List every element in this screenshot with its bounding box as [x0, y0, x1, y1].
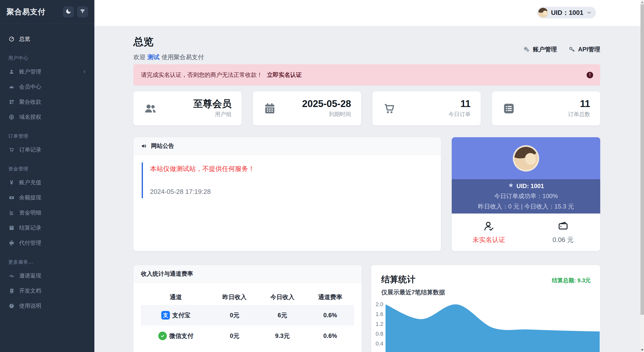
balance-block: 0.06 元	[526, 214, 600, 251]
star-icon	[508, 182, 514, 190]
wechat-today: 9.3元	[258, 326, 306, 346]
table-row-alipay: 支 支付宝 0元 6元 0.6%	[141, 305, 354, 326]
vertical-scrollbar[interactable]	[640, 0, 644, 352]
realname-verify-link[interactable]: 立即实名认证	[267, 71, 302, 79]
profile-income-line: 昨日收入：0 元 | 今日收入：15.3 元	[478, 202, 574, 210]
money-transfer-icon	[8, 240, 15, 246]
page-title: 总览	[133, 35, 204, 49]
dashboard-page: 聚合易支付 总览 用户中心 账户管理	[0, 0, 644, 352]
app-logo: 聚合易支付	[7, 7, 46, 17]
y-tick-label: 1.6	[371, 311, 383, 318]
announcement-body: 本站仅做测试站，不提供任何服务！ 2024-05-28 17:19:28	[133, 155, 441, 206]
stat-card-today-orders: 11 今日订单	[372, 91, 481, 125]
sidebar-item-order-records[interactable]: 订单记录	[0, 142, 94, 157]
channel-name: 微信支付	[169, 332, 194, 340]
sidebar-item-usage-guide[interactable]: ? 使用说明	[0, 298, 94, 313]
sidebar-item-aggregate-collection[interactable]: 聚合收款	[0, 94, 94, 110]
profile-banner	[452, 137, 600, 179]
calendar-icon	[263, 102, 277, 115]
sidebar-item-funds-detail[interactable]: 资金明细	[0, 205, 94, 220]
yen-icon: ¥	[8, 179, 15, 186]
profile-success-rate: 今日订单成功率：100%	[494, 192, 558, 200]
qrcode-icon	[8, 99, 15, 105]
settlement-y-axis: 2.01.61.20.80.4	[371, 265, 383, 352]
sidebar-item-payout-manage[interactable]: 代付管理	[0, 235, 94, 251]
verify-status-block[interactable]: 未实名认证	[452, 214, 526, 251]
head-actions: 账户管理 API管理	[523, 45, 600, 53]
sidebar-item-settle-records[interactable]: 结算记录	[0, 220, 94, 235]
moon-icon	[65, 8, 71, 15]
crown-icon	[8, 84, 15, 90]
y-tick-label: 0.8	[371, 330, 383, 337]
avatar	[538, 8, 548, 17]
ledger-icon	[8, 210, 15, 216]
sidebar-item-dev-docs[interactable]: 开发文档	[0, 283, 94, 298]
settlement-area-path	[386, 304, 600, 352]
announcement-title: 网站公告	[151, 142, 174, 150]
alipay-yesterday: 0元	[211, 305, 258, 326]
user-icon	[8, 69, 15, 75]
stat-card-total-orders: 11 订单总数	[492, 91, 600, 125]
profile-stats-band: UID: 1001 今日订单成功率：100% 昨日收入：0 元 | 今日收入：1…	[452, 179, 600, 214]
wechat-rate: 0.6%	[306, 326, 354, 346]
sidebar-item-member-center[interactable]: 会员中心	[0, 79, 94, 94]
sidebar-menu: 总览 用户中心 账户管理 会员中心 聚合收款 域名授权 订单管理	[0, 24, 94, 313]
verify-status-label: 未实名认证	[473, 235, 505, 244]
sidebar-section-user-center: 用户中心	[0, 52, 94, 64]
cart-icon	[383, 102, 396, 115]
globe-icon	[8, 114, 15, 120]
sidebar-item-invite-rebate[interactable]: 邀请返现	[0, 268, 94, 283]
y-tick-label: 1.2	[371, 321, 383, 328]
theme-brush-button[interactable]	[77, 6, 88, 17]
sidebar-logo-row: 聚合易支付	[0, 0, 94, 24]
stat-cards: 至尊会员 用户组 2025-05-28 到期时间 11 今日订单 11 订单总数	[133, 91, 600, 125]
chevron-left-icon	[82, 69, 87, 74]
uid-label: UID：1001	[551, 8, 583, 17]
income-card: 收入统计与通道费率 通道 昨日收入 今日收入 通道费率 支 支付宝	[133, 265, 362, 352]
user-menu-button[interactable]: UID：1001	[537, 7, 596, 18]
wechat-yesterday: 0元	[211, 326, 258, 346]
triangle-down-icon	[641, 349, 643, 351]
settlement-title: 结算统计	[381, 274, 415, 285]
stat-card-user-group: 至尊会员 用户组	[133, 91, 242, 125]
settlement-subtitle: 仅展示最近7笔结算数据	[381, 288, 445, 296]
scrollbar-thumb[interactable]	[640, 4, 644, 315]
sidebar-item-domain-auth[interactable]: 域名授权	[0, 110, 94, 125]
settlement-area-chart	[386, 300, 600, 352]
scroll-down-button[interactable]	[640, 348, 644, 352]
profile-uid-line: UID: 1001	[508, 182, 544, 190]
book-icon	[8, 225, 15, 231]
sidebar-item-account-recharge[interactable]: ¥ 账户充值	[0, 175, 94, 190]
alipay-today: 6元	[258, 305, 306, 326]
alipay-icon: 支	[161, 311, 170, 320]
table-row-wechat: 微信支付 0元 9.3元 0.6%	[141, 326, 354, 346]
channel-rate-table: 通道 昨日收入 今日收入 通道费率 支 支付宝 0元 6元 0.	[141, 289, 354, 346]
announcement-text: 本站仅做测试站，不提供任何服务！	[150, 164, 433, 173]
y-tick-label: 0.4	[371, 340, 383, 347]
alert-message: 请完成实名认证，否则您的商户无法正常收款！	[141, 71, 262, 79]
sidebar-item-balance-withdraw[interactable]: 余额提现	[0, 190, 94, 205]
welcome-user-link[interactable]: 测试	[147, 54, 160, 60]
sidebar: 聚合易支付 总览 用户中心 账户管理	[0, 0, 94, 352]
banknote-icon	[8, 195, 15, 201]
person-check-icon	[483, 220, 495, 232]
topbar: UID：1001	[94, 0, 640, 26]
account-manage-button[interactable]: 账户管理	[523, 45, 557, 53]
dark-mode-toggle-button[interactable]	[63, 6, 74, 17]
key-icon	[569, 46, 575, 53]
announcement-time: 2024-05-28 17:19:28	[150, 188, 433, 196]
sidebar-item-overview[interactable]: 总览	[0, 31, 94, 47]
svg-text:?: ?	[11, 304, 13, 308]
handshake-icon	[8, 273, 15, 279]
sidebar-item-account-manage[interactable]: 账户管理	[0, 64, 94, 79]
channel-name: 支付宝	[172, 311, 191, 319]
scroll-up-button[interactable]	[640, 0, 644, 4]
sidebar-section-more-services: 更多服务...	[0, 256, 94, 268]
wechat-pay-icon	[158, 332, 167, 340]
exclamation-circle-icon: !	[587, 72, 593, 78]
gears-icon	[523, 46, 530, 53]
users-icon	[143, 102, 157, 115]
api-manage-button[interactable]: API管理	[569, 45, 600, 53]
sidebar-section-funds-manage: 资金管理	[0, 163, 94, 175]
page-head: 总览 欢迎测试使用聚合易支付	[133, 35, 204, 61]
